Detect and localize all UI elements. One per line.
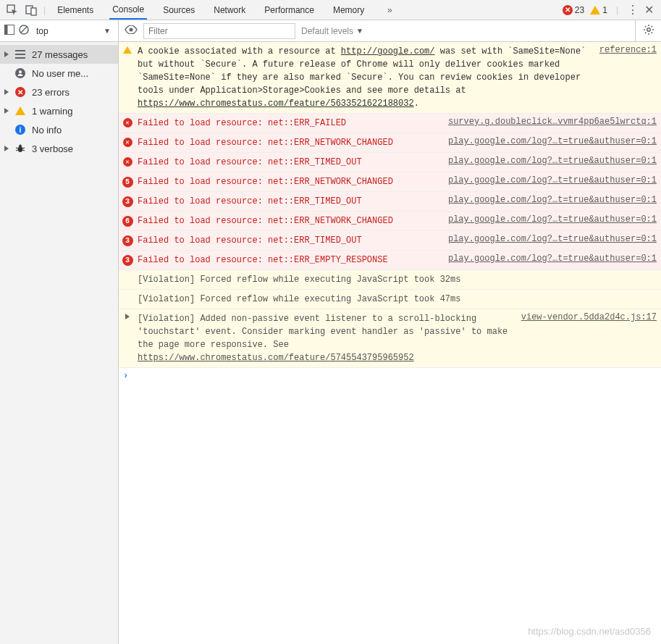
message-text: [Violation] Forced reflow while executin…	[138, 293, 657, 306]
console-message-error[interactable]: 3 Failed to load resource: net::ERR_TIME…	[119, 231, 661, 251]
message-text: Failed to load resource: net::ERR_NETWOR…	[138, 136, 435, 149]
close-devtools-icon[interactable]: ✕	[644, 3, 654, 17]
chevron-down-icon: ▼	[104, 27, 111, 35]
sidebar-label: No user me...	[32, 68, 88, 79]
console-message-error[interactable]: 3 Failed to load resource: net::ERR_EMPT…	[119, 251, 661, 270]
sidebar-item-verbose[interactable]: 3 verbose	[0, 139, 118, 158]
main-area: 27 messages No user me... ✕ 23 errors 1 …	[0, 42, 661, 644]
message-source[interactable]: view-vendor.5dda2d4c.js:17	[513, 312, 657, 322]
message-source[interactable]: play.google.com/log?…t=true&authuser=0:1	[439, 214, 657, 225]
warn-icon	[590, 6, 600, 14]
sidebar-label: 23 errors	[32, 87, 70, 98]
tab-elements[interactable]: Elements	[54, 1, 96, 19]
sidebar-item-messages[interactable]: 27 messages	[0, 45, 118, 64]
message-text: Failed to load resource: net::ERR_NETWOR…	[138, 175, 435, 188]
kebab-menu-icon[interactable]: ⋮	[627, 3, 639, 17]
console-prompt[interactable]: ›	[119, 368, 661, 384]
expand-icon	[4, 51, 9, 57]
console-message-error[interactable]: 5 Failed to load resource: net::ERR_NETW…	[119, 172, 661, 192]
inspect-element-icon[interactable]	[3, 1, 22, 20]
svg-rect-4	[5, 25, 8, 35]
message-text: Failed to load resource: net::ERR_TIMED_…	[138, 195, 435, 208]
repeat-count-icon: 3	[122, 254, 133, 266]
message-source[interactable]: reference:1	[591, 45, 657, 55]
messages-icon	[14, 49, 26, 60]
filter-input[interactable]	[143, 23, 295, 39]
svg-point-14	[19, 145, 22, 148]
info-icon: i	[14, 124, 26, 135]
warn-count: 1	[602, 5, 607, 15]
message-text: Failed to load resource: net::ERR_FAILED	[138, 117, 435, 130]
warn-count-badge[interactable]: 1	[590, 5, 607, 15]
console-message-violation[interactable]: [Violation] Forced reflow while executin…	[119, 270, 661, 290]
live-expression-icon[interactable]	[125, 25, 138, 36]
settings-gear-icon[interactable]	[643, 24, 654, 38]
message-source[interactable]: play.google.com/log?…t=true&authuser=0:1	[439, 234, 657, 244]
sidebar-item-user[interactable]: No user me...	[0, 64, 118, 83]
message-source[interactable]: play.google.com/log?…t=true&authuser=0:1	[439, 254, 657, 264]
message-source[interactable]: play.google.com/log?…t=true&authuser=0:1	[439, 156, 657, 166]
sidebar-label: 1 warning	[32, 106, 72, 117]
sidebar-item-warnings[interactable]: 1 warning	[0, 101, 118, 120]
message-text: Failed to load resource: net::ERR_TIMED_…	[138, 156, 435, 169]
more-tabs-icon[interactable]: »	[380, 1, 399, 20]
link[interactable]: https://www.chromestatus.com/feature/563…	[138, 99, 414, 109]
watermark: https://blog.csdn.net/asd0356	[528, 626, 651, 637]
console-message-error[interactable]: 6 Failed to load resource: net::ERR_NETW…	[119, 212, 661, 231]
console-message-violation[interactable]: [Violation] Forced reflow while executin…	[119, 290, 661, 309]
tab-sources[interactable]: Sources	[160, 1, 198, 19]
message-source[interactable]: play.google.com/log?…t=true&authuser=0:1	[439, 175, 657, 185]
device-toggle-icon[interactable]	[22, 1, 41, 20]
prompt-caret-icon: ›	[123, 371, 128, 381]
console-message-warn[interactable]: A cookie associated with a resource at h…	[119, 42, 661, 114]
tab-network[interactable]: Network	[211, 1, 248, 19]
levels-dropdown[interactable]: Default levels ▼	[301, 26, 363, 36]
svg-line-6	[21, 27, 27, 33]
expand-icon[interactable]	[122, 312, 133, 319]
repeat-count-icon: 3	[122, 195, 133, 207]
message-text: A cookie associated with a resource at h…	[138, 45, 586, 110]
console-message-verbose[interactable]: [Violation] Added non-passive event list…	[119, 309, 661, 368]
error-count-badge[interactable]: ✕ 23	[563, 5, 584, 15]
sidebar-label: 27 messages	[32, 49, 88, 60]
tab-performance[interactable]: Performance	[261, 1, 317, 19]
context-selector[interactable]: top ▼	[33, 23, 114, 39]
error-icon: ✕	[14, 86, 26, 98]
message-text: [Violation] Added non-passive event list…	[138, 312, 508, 364]
svg-line-17	[22, 148, 25, 149]
console-toolbar: top ▼ Default levels ▼	[0, 20, 661, 42]
clear-console-icon[interactable]	[19, 25, 29, 37]
tab-console[interactable]: Console	[109, 0, 147, 20]
tab-memory[interactable]: Memory	[330, 1, 367, 19]
expand-icon	[4, 108, 9, 114]
expand-icon	[4, 146, 9, 151]
message-text: Failed to load resource: net::ERR_TIMED_…	[138, 234, 435, 247]
user-icon	[14, 67, 26, 79]
warn-icon	[14, 105, 26, 117]
message-source[interactable]: play.google.com/log?…t=true&authuser=0:1	[439, 136, 657, 146]
link[interactable]: http://google.com/	[341, 46, 435, 57]
message-source[interactable]: play.google.com/log?…t=true&authuser=0:1	[439, 195, 657, 205]
message-source[interactable]: survey.g.doubleclick…vvmr4pp6ae5lwrctq:1	[439, 117, 657, 127]
separator: |	[41, 5, 49, 15]
message-text: Failed to load resource: net::ERR_EMPTY_…	[138, 254, 435, 267]
link[interactable]: https://www.chromestatus.com/feature/574…	[138, 353, 414, 363]
console-message-error[interactable]: 3 Failed to load resource: net::ERR_TIME…	[119, 192, 661, 212]
console-message-error[interactable]: ✕ Failed to load resource: net::ERR_FAIL…	[119, 114, 661, 133]
bug-icon	[14, 143, 26, 154]
svg-point-8	[647, 28, 649, 31]
message-text: [Violation] Forced reflow while executin…	[138, 273, 657, 286]
console-message-error[interactable]: ✕ Failed to load resource: net::ERR_NETW…	[119, 133, 661, 153]
sidebar-item-info[interactable]: i No info	[0, 120, 118, 139]
svg-rect-2	[31, 8, 36, 15]
sidebar-item-errors[interactable]: ✕ 23 errors	[0, 83, 118, 101]
console-message-error[interactable]: ✕ Failed to load resource: net::ERR_TIME…	[119, 153, 661, 172]
warn-icon	[122, 45, 133, 54]
context-value: top	[36, 26, 49, 36]
sidebar-label: 3 verbose	[32, 143, 73, 154]
sidebar-toggle-icon[interactable]	[4, 25, 14, 37]
error-icon: ✕	[122, 156, 133, 167]
separator: |	[613, 5, 621, 15]
error-icon: ✕	[563, 5, 573, 15]
console-sidebar: 27 messages No user me... ✕ 23 errors 1 …	[0, 42, 119, 644]
